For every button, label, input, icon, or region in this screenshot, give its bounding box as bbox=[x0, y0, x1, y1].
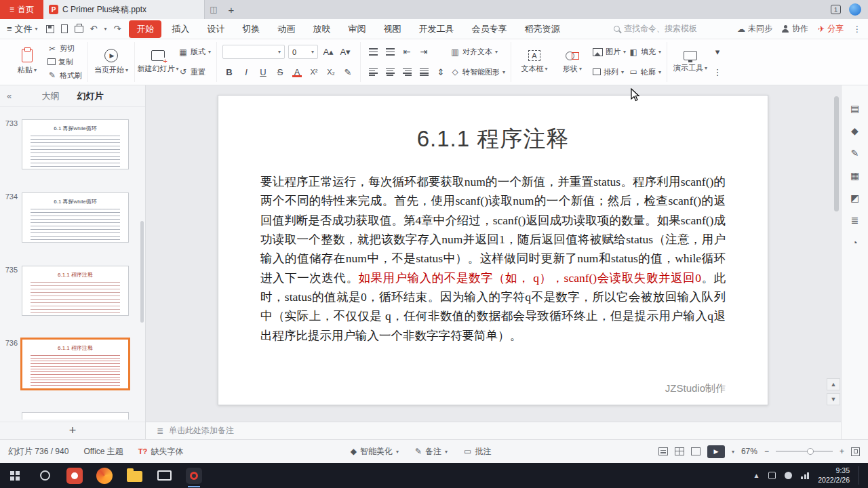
align-right-button[interactable] bbox=[400, 65, 414, 79]
line-spacing-button[interactable]: ⇕ bbox=[434, 65, 448, 79]
browser-icon[interactable] bbox=[60, 463, 90, 488]
edit-panel-icon[interactable]: ✎ bbox=[851, 148, 859, 159]
picture-button[interactable]: 图片▾ bbox=[593, 45, 626, 58]
slide-thumbnail-735[interactable]: 6.1.1 程序注释 bbox=[22, 266, 129, 316]
font-color-button[interactable]: A bbox=[290, 65, 304, 79]
menu-tab-设计[interactable]: 设计 bbox=[199, 20, 232, 38]
share-button[interactable]: ✈ 分享 bbox=[818, 23, 844, 35]
menu-tab-会员专享[interactable]: 会员专享 bbox=[464, 20, 514, 38]
collaborate-button[interactable]: 协作 bbox=[782, 23, 808, 35]
menu-tab-插入[interactable]: 插入 bbox=[164, 20, 197, 38]
canvas-scrollbar[interactable] bbox=[834, 96, 839, 211]
layout-panel-icon[interactable]: ▦ bbox=[850, 170, 859, 181]
zoom-slider[interactable] bbox=[776, 451, 833, 452]
slideshow-button[interactable]: ▶ bbox=[707, 445, 725, 458]
menu-tab-动画[interactable]: 动画 bbox=[270, 20, 302, 38]
next-slide-button[interactable]: ▼ bbox=[827, 393, 840, 405]
firefox-icon[interactable] bbox=[90, 463, 119, 488]
file-explorer-icon[interactable] bbox=[119, 463, 149, 488]
strikethrough-button[interactable]: S bbox=[273, 65, 287, 79]
slide-thumbnail-733[interactable]: 6.1 再探while循环 bbox=[22, 119, 129, 169]
align-text-button[interactable]: ▥对齐文本▾ bbox=[450, 45, 505, 58]
save-icon[interactable] bbox=[46, 25, 54, 33]
paste-button[interactable]: 粘贴▾ bbox=[9, 42, 45, 82]
layout-button[interactable]: ▦版式▾ bbox=[178, 45, 211, 58]
comments-button[interactable]: ▭ 批注 bbox=[464, 446, 491, 458]
slide-body-text[interactable]: 要让程序正常运行，每次循环都要获取num的一个新值，并重置status。程序利用… bbox=[260, 172, 726, 345]
show-desktop-button[interactable] bbox=[859, 466, 863, 485]
outline-button[interactable]: ▭轮廓▾ bbox=[629, 66, 661, 79]
notes-toggle-button[interactable]: ✎ 备注 ▾ bbox=[415, 446, 448, 458]
bullets-button[interactable] bbox=[366, 45, 380, 59]
play-from-current-button[interactable]: ▶ 当页开始▾ bbox=[94, 42, 129, 82]
slide-thumbnail-partial[interactable] bbox=[22, 412, 129, 420]
export-icon[interactable] bbox=[61, 24, 68, 33]
underline-button[interactable]: U bbox=[256, 65, 270, 79]
beautify-panel-icon[interactable]: ◆ bbox=[851, 125, 859, 136]
increase-indent-button[interactable]: ⇥ bbox=[417, 45, 431, 59]
menu-tab-稻壳资源[interactable]: 稻壳资源 bbox=[517, 20, 567, 38]
taskbar-search-button[interactable] bbox=[30, 463, 60, 488]
subscript-button[interactable]: X₂ bbox=[324, 65, 338, 79]
collapse-ribbon-icon[interactable]: ▾ bbox=[711, 45, 724, 59]
sync-status[interactable]: ☁ 未同步 bbox=[737, 23, 772, 35]
fill-panel-icon[interactable]: ◩ bbox=[850, 192, 859, 203]
window-badge[interactable]: 1 bbox=[831, 5, 841, 14]
convert-smartart-button[interactable]: ◇转智能图形▾ bbox=[450, 66, 505, 79]
file-menu[interactable]: ≡ 文件 ▾ bbox=[7, 23, 38, 35]
history-panel-icon[interactable]: ◔ bbox=[852, 237, 857, 248]
decrease-indent-button[interactable]: ⇤ bbox=[400, 45, 414, 59]
menu-tab-放映[interactable]: 放映 bbox=[305, 20, 338, 38]
menu-tab-开始[interactable]: 开始 bbox=[129, 20, 161, 38]
shapes-button[interactable]: 形状▾ bbox=[555, 42, 590, 82]
panel-scrollbar[interactable] bbox=[140, 221, 144, 323]
new-slide-button[interactable]: 新建幻灯片▾ bbox=[140, 42, 176, 82]
textbox-button[interactable]: A 文本框▾ bbox=[517, 42, 552, 82]
format-painter-button[interactable]: ✎格式刷 bbox=[47, 69, 82, 82]
previous-slide-button[interactable]: ▲ bbox=[827, 378, 840, 390]
taskbar-clock[interactable]: 9:35 2022/2/26 bbox=[818, 466, 850, 485]
align-center-button[interactable] bbox=[383, 65, 397, 79]
screen-recorder-icon[interactable] bbox=[179, 463, 209, 488]
font-size-select[interactable]: 0▾ bbox=[288, 45, 318, 59]
volume-icon[interactable] bbox=[785, 472, 792, 479]
user-avatar[interactable] bbox=[849, 3, 861, 16]
display-app-icon[interactable] bbox=[149, 463, 179, 488]
tab-outline[interactable]: 大纲 bbox=[42, 90, 60, 102]
properties-panel-icon[interactable]: ▤ bbox=[850, 103, 859, 114]
slide-thumbnail-734[interactable]: 6.1 再探while循环 bbox=[22, 192, 129, 243]
slide-credit[interactable]: JZStudio制作 bbox=[665, 382, 726, 395]
smart-beautify-button[interactable]: ◆ 智能美化 ▾ bbox=[351, 446, 399, 458]
command-search[interactable]: 查找命令、搜索模板 bbox=[614, 23, 729, 35]
more-options-icon[interactable]: ⋮ bbox=[853, 24, 861, 34]
undo-icon[interactable]: ↶ bbox=[90, 24, 98, 33]
slide-736[interactable]: 6.1.1 程序注释 要让程序正常运行，每次循环都要获取num的一个新值，并重置… bbox=[218, 95, 768, 405]
home-tab[interactable]: ≡ 首页 bbox=[0, 0, 43, 19]
redo-icon[interactable]: ↷ bbox=[114, 24, 121, 33]
fit-to-window-button[interactable] bbox=[851, 447, 860, 456]
cut-button[interactable]: ✂剪切 bbox=[47, 42, 82, 55]
start-button[interactable] bbox=[0, 463, 30, 488]
zoom-level[interactable]: 67% bbox=[741, 447, 757, 456]
font-name-select[interactable]: ▾ bbox=[222, 45, 285, 59]
numbering-button[interactable] bbox=[383, 45, 397, 59]
tab-slides[interactable]: 幻灯片 bbox=[77, 90, 104, 102]
italic-button[interactable]: I bbox=[239, 65, 253, 79]
copy-button[interactable]: 复制 bbox=[47, 56, 82, 68]
bold-button[interactable]: B bbox=[222, 65, 236, 79]
reset-button[interactable]: ↺重置 bbox=[178, 66, 211, 79]
shrink-font-button[interactable]: A▾ bbox=[338, 45, 352, 59]
undo-caret-icon[interactable]: ▾ bbox=[104, 26, 107, 32]
zoom-out-button[interactable]: − bbox=[764, 447, 769, 456]
justify-button[interactable] bbox=[417, 65, 431, 79]
superscript-button[interactable]: X² bbox=[307, 65, 321, 79]
slide-thumbnail-736[interactable]: 6.1.1 程序注释 bbox=[22, 339, 129, 389]
outline-panel-icon[interactable]: ≣ bbox=[851, 215, 859, 226]
menu-tab-视图[interactable]: 视图 bbox=[376, 20, 408, 38]
new-tab-button[interactable]: + bbox=[222, 0, 240, 19]
menu-tab-开发工具[interactable]: 开发工具 bbox=[411, 20, 461, 38]
document-tab[interactable]: P C Primer Plus终稿.pptx bbox=[43, 0, 205, 19]
network-icon[interactable] bbox=[801, 472, 809, 479]
slide-title[interactable]: 6.1.1 程序注释 bbox=[218, 124, 768, 155]
tray-chevron-icon[interactable]: ▲ bbox=[753, 472, 760, 479]
